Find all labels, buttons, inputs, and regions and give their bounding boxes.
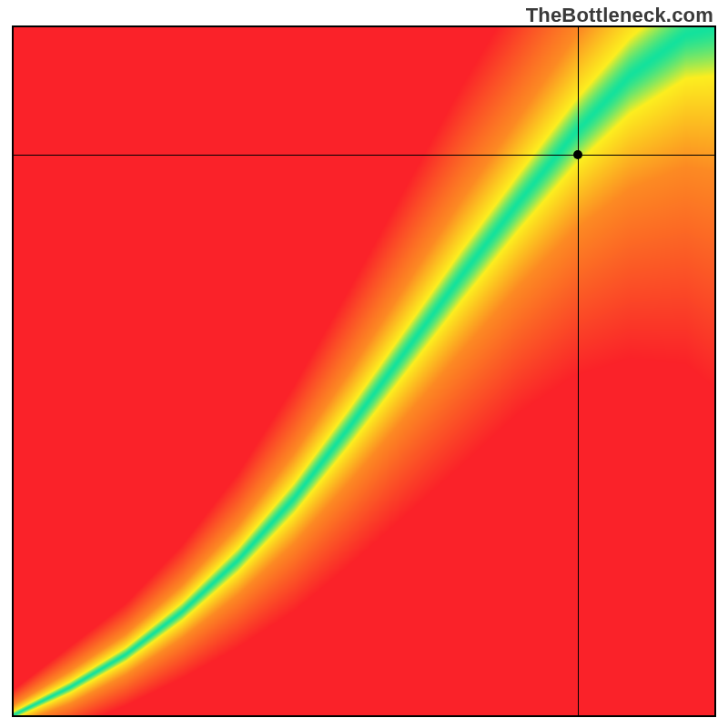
attribution-label: TheBottleneck.com <box>526 4 713 27</box>
chart-container: TheBottleneck.com <box>0 0 728 728</box>
plot-frame <box>12 25 716 717</box>
heatmap-canvas <box>14 27 714 715</box>
